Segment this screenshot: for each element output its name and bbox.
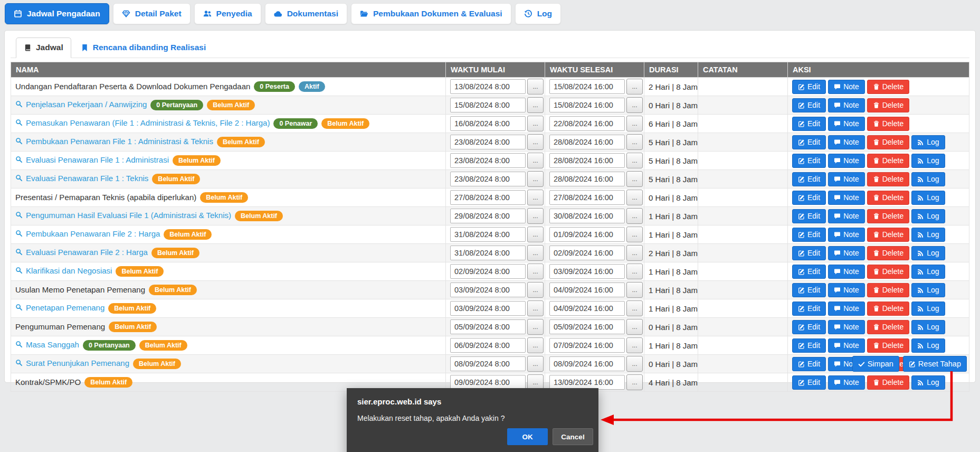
- stage-link[interactable]: Pengumuman Hasil Evaluasi File 1 (Admini…: [15, 211, 231, 220]
- edit-button[interactable]: Edit: [792, 265, 826, 279]
- log-button[interactable]: Log: [911, 265, 945, 279]
- top-tab-log[interactable]: Log: [515, 3, 561, 24]
- edit-button[interactable]: Edit: [792, 357, 826, 371]
- note-button[interactable]: Note: [828, 98, 865, 112]
- waktu-selesai-picker-button[interactable]: ...: [626, 282, 643, 298]
- delete-button[interactable]: Delete: [867, 246, 909, 260]
- delete-button[interactable]: Delete: [867, 338, 909, 353]
- stage-link[interactable]: Pembukaan Penawaran File 1 : Administras…: [15, 137, 213, 146]
- waktu-selesai-input[interactable]: [549, 172, 625, 186]
- edit-button[interactable]: Edit: [792, 302, 826, 316]
- waktu-mulai-picker-button[interactable]: ...: [527, 134, 544, 150]
- waktu-mulai-input[interactable]: [450, 264, 526, 279]
- edit-button[interactable]: Edit: [792, 154, 826, 168]
- edit-button[interactable]: Edit: [792, 320, 826, 334]
- edit-button[interactable]: Edit: [792, 172, 826, 186]
- waktu-mulai-input[interactable]: [450, 79, 526, 94]
- waktu-mulai-picker-button[interactable]: ...: [527, 79, 544, 95]
- stage-link[interactable]: Evaluasi Penawaran File 2 : Harga: [15, 248, 148, 257]
- waktu-selesai-input[interactable]: [549, 264, 625, 279]
- delete-button[interactable]: Delete: [867, 375, 909, 390]
- waktu-mulai-picker-button[interactable]: ...: [527, 282, 544, 298]
- top-tab-pembukaan-dokumen-evaluasi[interactable]: Pembukaan Dokumen & Evaluasi: [351, 3, 511, 24]
- edit-button[interactable]: Edit: [792, 246, 826, 260]
- note-button[interactable]: Note: [828, 320, 865, 334]
- note-button[interactable]: Note: [828, 209, 865, 223]
- waktu-mulai-input[interactable]: [450, 319, 526, 334]
- stage-link[interactable]: Evaluasi Penawaran File 1 : Teknis: [15, 174, 148, 183]
- edit-button[interactable]: Edit: [792, 283, 826, 297]
- note-button[interactable]: Note: [828, 246, 865, 260]
- waktu-mulai-picker-button[interactable]: ...: [527, 97, 544, 113]
- note-button[interactable]: Note: [828, 191, 865, 205]
- waktu-selesai-picker-button[interactable]: ...: [626, 300, 643, 316]
- reset-tahap-button[interactable]: Reset Tahap: [903, 356, 967, 372]
- log-button[interactable]: Log: [911, 191, 945, 205]
- delete-button[interactable]: Delete: [867, 209, 909, 223]
- waktu-mulai-picker-button[interactable]: ...: [527, 227, 544, 242]
- waktu-selesai-picker-button[interactable]: ...: [626, 171, 643, 187]
- waktu-selesai-input[interactable]: [549, 79, 625, 94]
- waktu-selesai-picker-button[interactable]: ...: [626, 374, 643, 390]
- stage-link[interactable]: Evaluasi Penawaran File 1 : Administrasi: [15, 155, 169, 164]
- waktu-mulai-picker-button[interactable]: ...: [527, 190, 544, 205]
- note-button[interactable]: Note: [828, 80, 865, 94]
- waktu-selesai-input[interactable]: [549, 227, 625, 242]
- waktu-mulai-input[interactable]: [450, 98, 526, 112]
- edit-button[interactable]: Edit: [792, 117, 826, 131]
- delete-button[interactable]: Delete: [867, 191, 909, 205]
- waktu-selesai-picker-button[interactable]: ...: [626, 208, 643, 224]
- note-button[interactable]: Note: [828, 265, 865, 279]
- waktu-mulai-input[interactable]: [450, 301, 526, 316]
- waktu-mulai-picker-button[interactable]: ...: [527, 337, 544, 353]
- note-button[interactable]: Note: [828, 302, 865, 316]
- waktu-selesai-picker-button[interactable]: ...: [626, 153, 643, 168]
- waktu-mulai-picker-button[interactable]: ...: [527, 356, 544, 372]
- stage-link[interactable]: Surat Penunjukan Pemenang: [15, 359, 129, 368]
- simpan-button[interactable]: Simpan: [852, 356, 899, 372]
- waktu-selesai-picker-button[interactable]: ...: [626, 227, 643, 242]
- waktu-selesai-input[interactable]: [549, 301, 625, 316]
- delete-button[interactable]: Delete: [867, 172, 909, 186]
- note-button[interactable]: Note: [828, 375, 865, 390]
- top-tab-penyedia[interactable]: Penyedia: [194, 3, 261, 24]
- edit-button[interactable]: Edit: [792, 80, 826, 94]
- waktu-selesai-picker-button[interactable]: ...: [626, 337, 643, 353]
- note-button[interactable]: Note: [828, 172, 865, 186]
- waktu-selesai-input[interactable]: [549, 153, 625, 168]
- top-tab-dokumentasi[interactable]: Dokumentasi: [265, 3, 347, 24]
- waktu-mulai-input[interactable]: [450, 246, 526, 260]
- delete-button[interactable]: Delete: [867, 283, 909, 297]
- stage-link[interactable]: Masa Sanggah: [15, 340, 79, 349]
- edit-button[interactable]: Edit: [792, 228, 826, 242]
- log-button[interactable]: Log: [911, 228, 945, 242]
- note-button[interactable]: Note: [828, 117, 865, 131]
- delete-button[interactable]: Delete: [867, 117, 909, 131]
- waktu-mulai-picker-button[interactable]: ...: [527, 153, 544, 168]
- stage-link[interactable]: Pemasukan Penawaran (File 1 : Administra…: [15, 118, 270, 127]
- waktu-selesai-input[interactable]: [549, 282, 625, 297]
- log-button[interactable]: Log: [911, 209, 945, 223]
- note-button[interactable]: Note: [828, 154, 865, 168]
- waktu-mulai-input[interactable]: [450, 135, 526, 149]
- top-tab-jadwal-pengadaan[interactable]: Jadwal Pengadaan: [5, 3, 109, 24]
- note-button[interactable]: Note: [828, 135, 865, 149]
- stage-link[interactable]: Penjelasan Pekerjaan / Aanwijzing: [15, 100, 147, 109]
- log-button[interactable]: Log: [911, 320, 945, 334]
- delete-button[interactable]: Delete: [867, 154, 909, 168]
- waktu-mulai-input[interactable]: [450, 190, 526, 205]
- dialog-ok-button[interactable]: OK: [507, 428, 548, 445]
- log-button[interactable]: Log: [911, 246, 945, 260]
- waktu-mulai-input[interactable]: [450, 209, 526, 223]
- log-button[interactable]: Log: [911, 338, 945, 353]
- edit-button[interactable]: Edit: [792, 375, 826, 390]
- waktu-selesai-input[interactable]: [549, 246, 625, 260]
- waktu-mulai-input[interactable]: [450, 356, 526, 371]
- stage-link[interactable]: Pembukaan Penawaran File 2 : Harga: [15, 229, 160, 238]
- waktu-selesai-picker-button[interactable]: ...: [626, 245, 643, 261]
- waktu-selesai-picker-button[interactable]: ...: [626, 134, 643, 150]
- waktu-mulai-picker-button[interactable]: ...: [527, 245, 544, 261]
- waktu-selesai-picker-button[interactable]: ...: [626, 97, 643, 113]
- note-button[interactable]: Note: [828, 228, 865, 242]
- delete-button[interactable]: Delete: [867, 302, 909, 316]
